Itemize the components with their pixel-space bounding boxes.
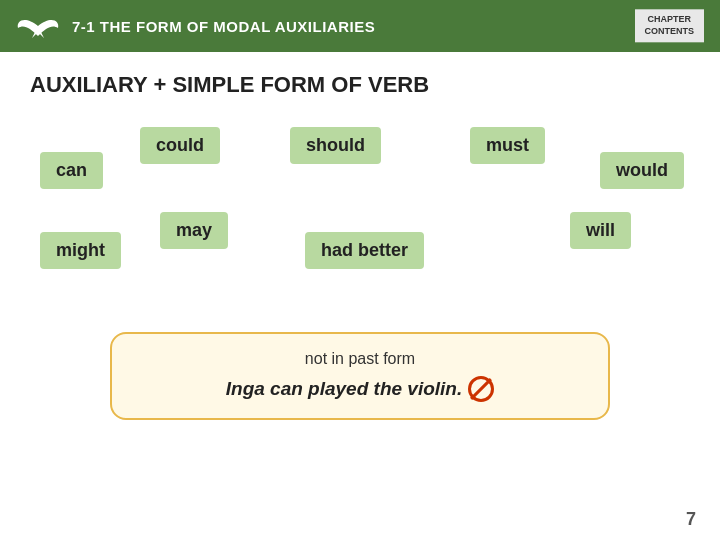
chapter-contents-button[interactable]: CHAPTER CONTENTS [635,9,705,42]
page-number: 7 [686,509,696,530]
bird-icon [16,8,60,44]
note-text: not in past form [136,350,584,368]
word-chip-can[interactable]: can [40,152,103,189]
word-chip-had-better[interactable]: had better [305,232,424,269]
header: 7-1 THE FORM OF MODAL AUXILIARIES CHAPTE… [0,0,720,52]
main-content: AUXILIARY + SIMPLE FORM OF VERB can coul… [0,52,720,430]
word-chip-will[interactable]: will [570,212,631,249]
page-subtitle: AUXILIARY + SIMPLE FORM OF VERB [30,72,690,98]
note-example-text: Inga can played the violin. [226,378,463,400]
words-area: can could should must would might may ha… [30,122,690,322]
word-chip-may[interactable]: may [160,212,228,249]
header-title: 7-1 THE FORM OF MODAL AUXILIARIES [72,18,375,35]
note-box: not in past form Inga can played the vio… [110,332,610,420]
word-chip-could[interactable]: could [140,127,220,164]
note-example: Inga can played the violin. [136,376,584,402]
word-chip-must[interactable]: must [470,127,545,164]
word-chip-would[interactable]: would [600,152,684,189]
word-chip-might[interactable]: might [40,232,121,269]
word-chip-should[interactable]: should [290,127,381,164]
no-symbol-icon [468,376,494,402]
